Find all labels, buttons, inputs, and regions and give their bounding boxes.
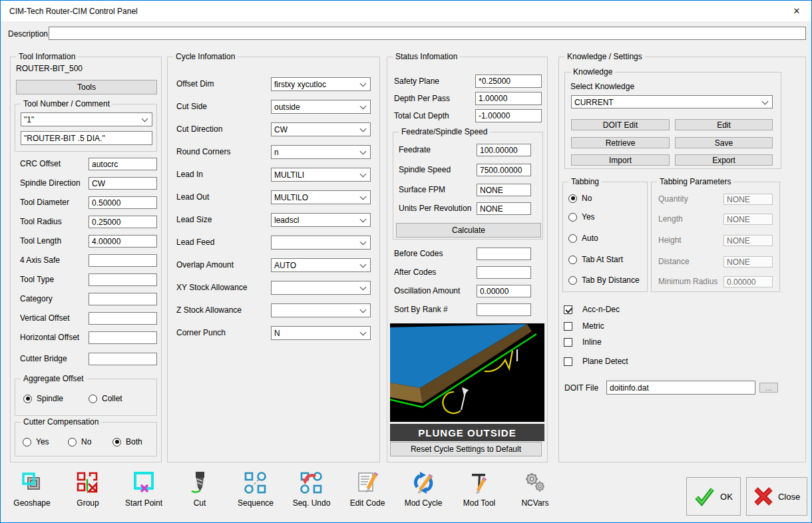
sequence-icon [243,470,268,496]
start-point-icon [131,470,156,496]
xy-stock-allowance-select[interactable] [271,281,371,295]
export-button[interactable]: Export [675,154,773,166]
overlap-amount-select[interactable]: AUTO [271,258,371,272]
category-input[interactable] [89,293,157,305]
reset-cycle-settings-button[interactable]: Reset Cycle Settings to Default [390,442,542,456]
feedrate-input[interactable] [477,144,531,156]
spindle-direction-input[interactable] [89,177,157,190]
radio-tabbing-yes[interactable]: Yes [568,212,595,222]
knowledge-group: Knowledge Select Knowledge CURRENT DOIT … [564,72,781,169]
toolbar-item-group[interactable]: Group [60,470,116,508]
toolbar-item-geoshape[interactable]: Geoshape [4,470,60,508]
window-close-icon[interactable]: ✕ [782,1,811,21]
round-corners-select[interactable]: n [271,145,371,159]
oscillation-amount-input[interactable] [477,285,531,297]
units-per-revolution-input[interactable] [477,202,531,215]
mod-tool-icon [467,470,492,496]
tool-type-input[interactable] [89,273,157,286]
radio-collet[interactable]: Collet [89,394,122,403]
lead-in-select[interactable]: MULTILI [271,168,371,182]
field-label: 4 Axis Safe [20,256,60,265]
cut-direction-select[interactable]: CW [271,122,371,136]
toolbar-item-ncvars[interactable]: NCVars [507,470,563,508]
tool-number-comment-group: Tool Number / Comment "1" [15,104,157,152]
four-axis-safe-input[interactable] [89,254,157,267]
toolbar-item-seq-undo[interactable]: Seq. Undo [284,470,339,508]
field-label: Lead Feed [176,238,214,247]
description-input[interactable] [49,27,806,40]
ok-button[interactable]: OK [686,477,741,516]
radio-no[interactable]: No [68,437,91,446]
field-label: Lead Size [176,215,212,224]
field-label: Tool Diameter [20,198,69,207]
toolbar-item-start-point[interactable]: Start Point [116,470,172,508]
lead-feed-select[interactable] [271,236,371,250]
tools-button[interactable]: Tools [16,80,157,94]
checkbox-inline[interactable]: Inline [564,337,602,347]
lead-out-select[interactable]: MULTILO [271,190,371,204]
toolbar-label: NCVars [507,498,563,508]
radio-tab-at-start[interactable]: Tab At Start [568,255,623,264]
radio-yes[interactable]: Yes [23,437,49,446]
safety-plane-input[interactable] [475,75,542,88]
doit-file-input[interactable] [606,381,755,395]
doit-edit-button[interactable]: DOIT Edit [571,119,670,130]
browse-ellipsis-button[interactable]: ... [759,383,778,393]
close-button[interactable]: Close [746,477,807,516]
tool-radius-input[interactable] [89,216,157,228]
combo-value: firstxy xycutloc [274,80,326,89]
before-codes-input[interactable] [477,248,531,260]
radio-tabbing-auto[interactable]: Auto [568,234,598,243]
field-label: Horizontal Offset [20,333,79,342]
checkbox-plane-detect[interactable]: Plane Detect [564,357,628,366]
toolbar-item-cut[interactable]: Cut [172,470,228,508]
lead-size-select[interactable]: leadscl [271,213,371,227]
toolbar-item-mod-cycle[interactable]: Mod Cycle [395,470,451,508]
field-label: Distance [658,257,690,266]
tool-comment-input[interactable] [21,131,152,145]
radio-spindle[interactable]: Spindle [23,394,63,403]
knowledge-settings-group: Knowledge / Settings Knowledge Select Kn… [558,57,806,462]
field-label: Tool Length [20,236,61,246]
checkbox-metric[interactable]: Metric [564,321,604,331]
vertical-offset-input[interactable] [89,312,157,325]
surface-fpm-input[interactable] [477,184,531,196]
depth-per-pass-input[interactable] [475,92,542,105]
tool-number-select[interactable]: "1" [21,112,152,126]
tool-length-input[interactable] [89,235,157,248]
cut-side-select[interactable]: outside [271,100,371,114]
radio-both[interactable]: Both [112,437,142,446]
radio-tab-by-distance[interactable]: Tab By Distance [568,275,640,285]
total-cut-depth-input[interactable] [475,109,542,122]
toolbar-label: Start Point [116,498,172,508]
offset-dim-select[interactable]: firstxy xycutloc [271,77,371,91]
chevron-down-icon [360,148,367,155]
calculate-button[interactable]: Calculate [396,223,541,238]
toolbar-item-edit-code[interactable]: Edit Code [339,470,395,508]
tool-diameter-input[interactable] [89,196,157,209]
after-codes-input[interactable] [477,266,531,279]
radio-tabbing-no[interactable]: No [568,194,592,203]
field-label: After Codes [394,267,436,277]
crc-offset-input[interactable] [89,158,157,170]
checkbox-acc-n-dec[interactable]: Acc-n-Dec [564,305,620,314]
corner-punch-select[interactable]: N [271,326,371,340]
horizontal-offset-input[interactable] [89,331,157,344]
save-button[interactable]: Save [675,137,773,148]
cutter-bridge-input[interactable] [89,353,157,365]
field-label: Before Codes [394,249,443,258]
import-button[interactable]: Import [571,154,670,166]
field-label: Z Stock Allowance [176,305,242,315]
cycle-preview-image: PLUNGE OUTSIDE [390,323,544,441]
spindle-speed-input[interactable] [477,164,531,176]
edit-button[interactable]: Edit [675,119,773,130]
sort-by-rank-input[interactable] [477,303,531,316]
toolbar-item-sequence[interactable]: Sequence [228,470,284,508]
select-knowledge-select[interactable]: CURRENT [571,95,773,108]
select-knowledge-label: Select Knowledge [570,82,634,91]
z-stock-allowance-select[interactable] [271,303,371,317]
toolbar-item-mod-tool[interactable]: Mod Tool [451,470,507,508]
chevron-down-icon [762,98,769,105]
retrieve-button[interactable]: Retrieve [571,137,670,148]
chevron-down-icon [360,103,367,110]
